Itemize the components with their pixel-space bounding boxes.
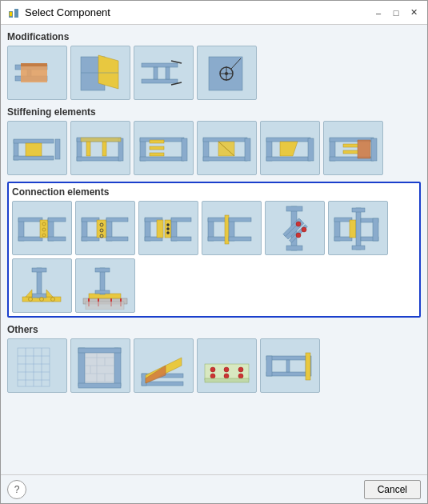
svg-rect-25 <box>14 156 54 160</box>
maximize-button[interactable]: □ <box>389 6 403 20</box>
svg-point-105 <box>302 227 306 232</box>
svg-marker-125 <box>46 290 53 297</box>
svg-rect-59 <box>343 150 358 154</box>
svg-point-166 <box>210 374 215 378</box>
svg-point-86 <box>167 228 170 230</box>
svg-rect-134 <box>95 290 110 294</box>
component-item-stf6[interactable] <box>323 121 383 175</box>
component-item-oth3[interactable] <box>134 338 194 393</box>
svg-rect-26 <box>26 143 42 156</box>
svg-rect-135 <box>86 302 124 310</box>
svg-rect-44 <box>203 157 247 161</box>
svg-rect-89 <box>171 218 191 222</box>
svg-rect-90 <box>171 237 191 241</box>
svg-rect-50 <box>266 157 310 161</box>
svg-point-65 <box>42 228 46 231</box>
component-item-oth2[interactable] <box>70 338 130 393</box>
svg-rect-40 <box>150 146 164 150</box>
component-item-mod1[interactable] <box>7 46 67 100</box>
svg-rect-133 <box>95 268 110 272</box>
svg-rect-148 <box>78 383 121 388</box>
svg-rect-34 <box>81 138 121 142</box>
svg-rect-92 <box>208 218 226 222</box>
stiffening-section: Stiffening elements <box>7 106 421 175</box>
component-item-stf1[interactable] <box>7 121 67 175</box>
svg-rect-120 <box>32 294 46 298</box>
svg-marker-57 <box>358 140 370 158</box>
component-item-stf5[interactable] <box>260 121 320 175</box>
svg-point-21 <box>225 72 228 75</box>
svg-point-165 <box>238 367 243 372</box>
component-item-con6[interactable] <box>328 201 388 255</box>
cancel-button[interactable]: Cancel <box>364 480 421 499</box>
modifications-items <box>7 46 421 100</box>
svg-point-106 <box>296 233 301 238</box>
svg-rect-174 <box>306 353 310 380</box>
svg-marker-9 <box>98 55 118 89</box>
svg-point-168 <box>238 374 243 378</box>
component-item-oth5[interactable] <box>260 338 320 393</box>
svg-rect-109 <box>334 237 352 241</box>
svg-rect-113 <box>352 246 365 250</box>
component-item-stf2[interactable] <box>70 121 130 175</box>
svg-rect-32 <box>102 142 106 156</box>
svg-rect-56 <box>371 138 377 161</box>
connection-items <box>12 201 416 313</box>
svg-rect-147 <box>78 348 121 353</box>
svg-rect-79 <box>106 237 128 241</box>
others-items <box>7 338 421 393</box>
svg-line-15 <box>171 61 182 63</box>
svg-rect-11 <box>142 63 178 67</box>
footer: ? Cancel <box>1 474 427 503</box>
component-item-con3[interactable] <box>138 201 198 255</box>
svg-rect-13 <box>154 67 158 79</box>
svg-rect-27 <box>55 139 60 159</box>
component-item-mod3[interactable] <box>134 46 194 100</box>
svg-rect-99 <box>286 206 302 211</box>
svg-point-167 <box>224 374 229 378</box>
svg-rect-116 <box>373 218 378 241</box>
modifications-section: Modifications <box>7 31 421 100</box>
component-item-con5[interactable] <box>265 201 325 255</box>
close-button[interactable]: ✕ <box>406 6 421 20</box>
svg-point-163 <box>210 367 215 372</box>
component-item-con2[interactable] <box>75 201 135 255</box>
component-item-con7[interactable] <box>12 258 72 313</box>
component-item-con1[interactable] <box>12 201 72 255</box>
svg-rect-69 <box>48 237 66 241</box>
svg-rect-110 <box>350 220 356 238</box>
svg-rect-146 <box>114 348 121 386</box>
component-item-oth4[interactable] <box>197 338 257 393</box>
help-button[interactable]: ? <box>7 480 26 499</box>
connection-label: Connection elements <box>12 186 416 198</box>
svg-rect-58 <box>343 144 358 147</box>
window-controls: – □ ✕ <box>371 6 421 20</box>
connection-section: Connection elements <box>7 182 421 318</box>
svg-rect-72 <box>82 237 99 241</box>
component-item-oth1[interactable] <box>7 338 67 393</box>
minimize-button[interactable]: – <box>371 6 386 20</box>
component-item-stf3[interactable] <box>134 121 194 175</box>
svg-rect-172 <box>266 356 272 376</box>
svg-rect-112 <box>352 208 365 212</box>
svg-rect-7 <box>21 63 47 66</box>
stiffening-items <box>7 121 421 175</box>
svg-rect-51 <box>308 138 314 161</box>
svg-rect-38 <box>182 138 187 161</box>
component-item-stf4[interactable] <box>197 121 257 175</box>
component-item-con8[interactable] <box>75 258 135 313</box>
svg-rect-1 <box>14 9 18 18</box>
svg-rect-93 <box>208 237 226 241</box>
svg-rect-111 <box>356 208 361 250</box>
svg-point-121 <box>29 298 33 302</box>
svg-rect-71 <box>82 218 99 222</box>
svg-rect-68 <box>48 218 66 222</box>
component-item-con4[interactable] <box>202 201 262 255</box>
svg-point-75 <box>100 229 103 232</box>
component-item-mod2[interactable] <box>70 46 130 100</box>
svg-rect-2 <box>10 12 12 16</box>
svg-rect-145 <box>78 348 85 386</box>
svg-point-122 <box>40 298 44 302</box>
component-item-mod4[interactable] <box>197 46 257 100</box>
svg-rect-62 <box>18 237 42 241</box>
